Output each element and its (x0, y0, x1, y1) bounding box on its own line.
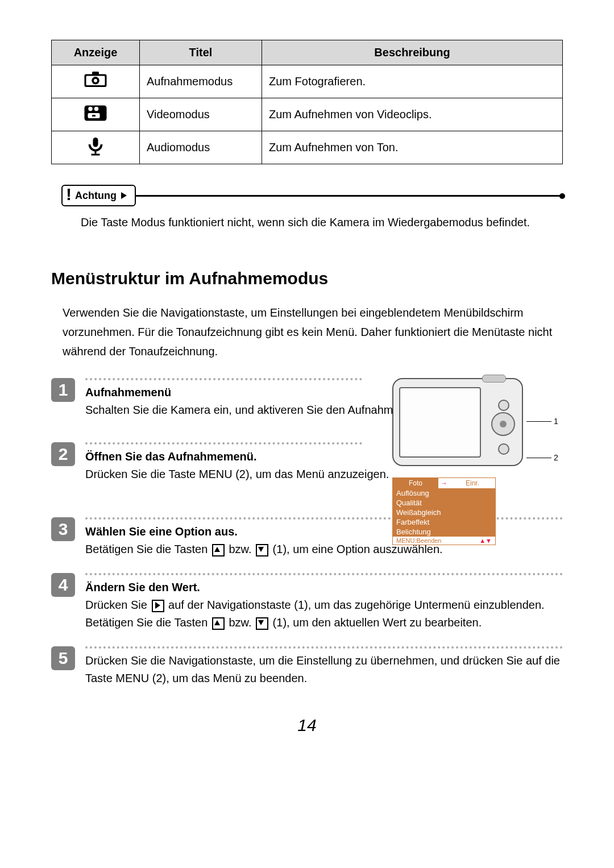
caution-body: Die Taste Modus funktioniert nicht, wenn… (81, 214, 551, 230)
step-number: 3 (51, 517, 75, 541)
exclamation-icon: ! (66, 186, 72, 203)
menu-tab-foto: Foto (393, 478, 438, 488)
menu-item: Weißabgleich (393, 508, 495, 517)
step-title: Wählen Sie eine Option aus. (85, 525, 238, 538)
dpad-down-icon (256, 544, 268, 556)
modes-table: Anzeige Titel Beschreibung Aufnahmemodus… (51, 40, 563, 164)
table-row: Aufnahmemodus Zum Fotografieren. (52, 65, 563, 98)
arrow-right-icon (121, 192, 127, 199)
table-row: Videomodus Zum Aufnehmen von Videoclips. (52, 98, 563, 131)
row-desc: Zum Aufnehmen von Ton. (262, 131, 563, 164)
step-title: Aufnahmemenü (85, 386, 171, 398)
step-text: Betätigen Sie die Tasten (85, 543, 211, 555)
step-title: Ändern Sie den Wert. (85, 581, 200, 593)
video-camera-icon (52, 98, 140, 131)
page-number: 14 (51, 716, 563, 735)
step-title: Öffnen Sie das Aufnahmemenü. (85, 450, 257, 463)
menu-footer-left: MENU:Beenden (396, 537, 442, 544)
menu-tab-einr: Einr. (450, 478, 495, 488)
row-desc: Zum Fotografieren. (262, 65, 563, 98)
dpad-up-icon (212, 544, 225, 556)
step-text: bzw. (226, 543, 255, 555)
callout-label-2: 2 (554, 453, 558, 462)
step-text: Schalten Sie die Kamera ein, und aktiver… (85, 404, 434, 416)
step-text: (1), um den aktuellen Wert zu bearbeiten… (269, 616, 482, 629)
still-camera-icon (52, 65, 140, 98)
step-number: 1 (51, 378, 75, 402)
table-header-anzeige: Anzeige (52, 40, 140, 65)
section-title: Menüstruktur im Aufnahmemodus (51, 269, 563, 288)
dpad-right-icon (152, 600, 164, 612)
dpad-up-icon (212, 617, 225, 630)
dpad-down-icon (256, 617, 268, 630)
row-title: Aufnahmemodus (140, 65, 262, 98)
caution-label: Achtung (75, 190, 117, 202)
step-text: bzw. (226, 616, 255, 629)
intro-text: Verwenden Sie die Navigationstaste, um E… (63, 303, 563, 361)
svg-point-3 (94, 79, 97, 82)
camera-figure: 1 2 Foto → Einr. Auflösung Qualität Weiß… (392, 378, 563, 545)
nav-indicator-icon: ▲▼ (479, 537, 492, 544)
menu-screenshot: Foto → Einr. Auflösung Qualität Weißabgl… (392, 477, 496, 545)
svg-rect-4 (92, 72, 99, 75)
callout-label-1: 1 (554, 417, 558, 426)
microphone-icon (52, 131, 140, 164)
svg-point-7 (94, 107, 99, 111)
svg-rect-11 (95, 151, 97, 154)
row-title: Videomodus (140, 98, 262, 131)
arrow-right-icon: → (438, 479, 450, 487)
row-desc: Zum Aufnehmen von Videoclips. (262, 98, 563, 131)
menu-item: Auflösung (393, 488, 495, 498)
table-row: Audiomodus Zum Aufnehmen von Ton. (52, 131, 563, 164)
table-header-titel: Titel (140, 40, 262, 65)
step-5: 5 Drücken Sie die Navigationstaste, um d… (51, 646, 563, 687)
step-number: 4 (51, 573, 75, 597)
menu-item: Qualität (393, 498, 495, 508)
step-4: 4 Ändern Sie den Wert. Drücken Sie auf d… (51, 573, 563, 632)
step-number: 2 (51, 442, 75, 466)
caution-box: ! Achtung Die Taste Modus funktioniert n… (61, 185, 563, 230)
camera-illustration (392, 378, 523, 466)
step-text: Drücken Sie die Taste MENU (2), um das M… (85, 468, 389, 480)
svg-rect-12 (92, 154, 100, 156)
step-text: Drücken Sie die Navigationstaste, um die… (85, 654, 560, 684)
svg-point-6 (88, 107, 93, 111)
step-text: Drücken Sie (85, 599, 151, 611)
step-number: 5 (51, 646, 75, 670)
table-header-beschreibung: Beschreibung (262, 40, 563, 65)
menu-item: Belichtung (393, 527, 495, 537)
menu-item: Farbeffekt (393, 517, 495, 527)
row-title: Audiomodus (140, 131, 262, 164)
svg-rect-9 (92, 115, 96, 117)
svg-rect-10 (93, 138, 98, 147)
